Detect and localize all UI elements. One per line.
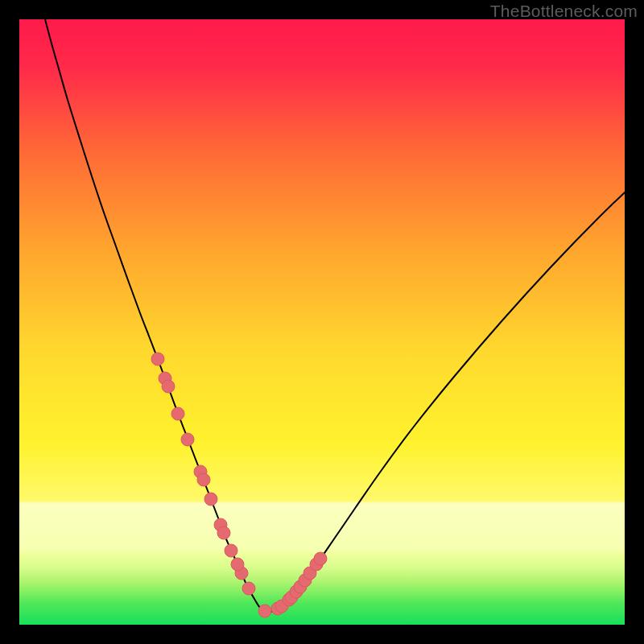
curve-marker — [171, 407, 184, 420]
curve-marker — [258, 605, 271, 617]
curve-marker — [197, 473, 210, 486]
curve-marker — [225, 544, 237, 557]
curve-marker — [181, 433, 194, 446]
curve-marker — [242, 582, 255, 595]
curve-marker — [217, 526, 230, 539]
chart-frame — [19, 19, 625, 625]
curve-marker — [204, 493, 217, 506]
gradient-background — [19, 19, 625, 625]
curve-marker — [314, 552, 327, 565]
watermark-label: TheBottleneck.com — [490, 2, 638, 21]
curve-marker — [231, 558, 244, 571]
curve-marker — [162, 380, 175, 393]
curve-marker — [151, 353, 164, 365]
bottleneck-chart — [19, 19, 625, 625]
